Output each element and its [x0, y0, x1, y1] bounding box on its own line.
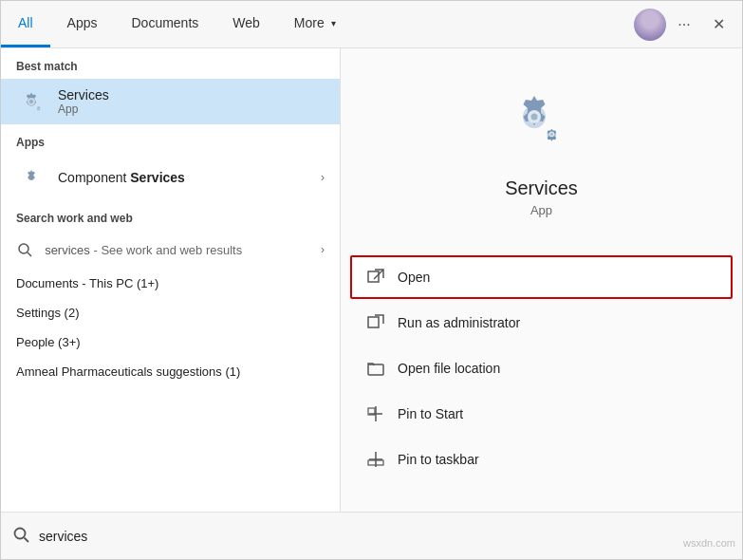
- web-search-item[interactable]: services - See work and web results ›: [1, 231, 340, 269]
- open-label: Open: [398, 270, 430, 285]
- folder-icon: [365, 358, 386, 379]
- svg-point-10: [530, 114, 537, 121]
- app-detail: Services App: [341, 48, 742, 255]
- tab-list: All Apps Documents Web More ▾: [1, 1, 634, 47]
- detail-app-name: Services: [505, 177, 578, 199]
- component-services-icon: [16, 162, 46, 193]
- people-category[interactable]: People (3+): [1, 327, 340, 357]
- avatar[interactable]: [634, 9, 666, 41]
- action-open[interactable]: Open: [350, 255, 733, 299]
- best-match-text: Services App: [58, 87, 109, 116]
- bottom-bar: [1, 512, 742, 559]
- detail-app-type: App: [530, 203, 552, 217]
- right-panel: Services App Open: [341, 48, 742, 512]
- tab-web[interactable]: Web: [215, 1, 277, 47]
- settings-category[interactable]: Settings (2): [1, 298, 340, 327]
- watermark: wsxdn.com: [683, 537, 735, 549]
- main-content: Best match: [1, 48, 742, 512]
- svg-point-2: [29, 100, 33, 103]
- open-icon: [365, 267, 386, 288]
- left-panel: Best match: [1, 48, 341, 512]
- svg-point-13: [550, 133, 553, 136]
- svg-point-4: [38, 108, 40, 110]
- action-pin-to-taskbar[interactable]: Pin to taskbar: [350, 438, 733, 481]
- pin-to-taskbar-label: Pin to taskbar: [398, 452, 479, 467]
- svg-rect-17: [368, 364, 383, 375]
- ellipsis-icon: ···: [678, 16, 690, 33]
- best-match-subtitle: App: [58, 103, 109, 116]
- component-services-title: Component Services: [58, 170, 185, 185]
- top-bar: All Apps Documents Web More ▾ ···: [1, 1, 742, 48]
- pin-to-start-label: Pin to Start: [398, 406, 463, 421]
- tab-apps[interactable]: Apps: [50, 1, 115, 47]
- search-window: All Apps Documents Web More ▾ ···: [0, 0, 743, 560]
- action-pin-to-start[interactable]: Pin to Start: [350, 392, 733, 436]
- arrow-icon: ›: [321, 171, 325, 184]
- action-list: Open Run as administrator: [341, 255, 742, 483]
- pin-taskbar-icon: [365, 449, 386, 470]
- top-bar-right: ··· ✕: [634, 9, 742, 41]
- best-match-title: Services: [58, 87, 109, 103]
- web-search-row: services - See work and web results ›: [45, 243, 325, 257]
- apps-section-label: Apps: [1, 124, 340, 155]
- chevron-down-icon: ▾: [331, 18, 336, 28]
- component-services-item[interactable]: Component Services ›: [1, 155, 340, 200]
- search-icon: [12, 526, 29, 547]
- close-button[interactable]: ✕: [702, 9, 734, 41]
- svg-point-6: [19, 244, 28, 253]
- app-icon-large: [504, 86, 580, 162]
- admin-icon: [365, 312, 386, 333]
- close-icon: ✕: [713, 15, 725, 33]
- pin-start-icon: [365, 403, 386, 424]
- open-file-location-label: Open file location: [398, 361, 500, 376]
- svg-rect-16: [368, 317, 379, 327]
- svg-line-25: [25, 537, 29, 542]
- search-web-icon: [16, 240, 33, 259]
- best-match-item[interactable]: Services App: [1, 79, 340, 124]
- admin-label: Run as administrator: [398, 315, 520, 330]
- tab-more[interactable]: More ▾: [277, 1, 353, 47]
- documents-category[interactable]: Documents - This PC (1+): [1, 269, 340, 298]
- action-run-as-admin[interactable]: Run as administrator: [350, 301, 733, 345]
- best-match-label: Best match: [1, 48, 340, 79]
- web-search-text: services - See work and web results: [45, 243, 321, 257]
- search-input[interactable]: [39, 529, 731, 544]
- suggestions-category[interactable]: Amneal Pharmaceuticals suggestions (1): [1, 357, 340, 386]
- services-icon: [16, 86, 46, 117]
- action-open-file-location[interactable]: Open file location: [350, 346, 733, 390]
- search-web-label: Search work and web: [1, 200, 340, 231]
- tab-documents[interactable]: Documents: [114, 1, 215, 47]
- svg-line-7: [28, 252, 31, 256]
- more-options-button[interactable]: ···: [668, 9, 700, 41]
- web-search-arrow: ›: [321, 243, 325, 256]
- svg-point-24: [15, 528, 26, 538]
- gear-icon: [17, 87, 46, 116]
- tab-all[interactable]: All: [1, 1, 50, 47]
- component-services-row: Component Services ›: [58, 170, 325, 185]
